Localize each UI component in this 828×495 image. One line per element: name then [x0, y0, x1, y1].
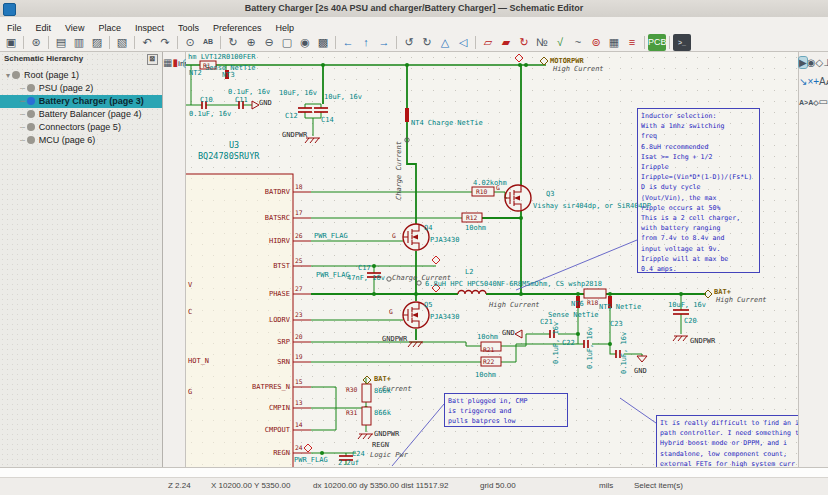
- zoom-in-button[interactable]: ⊕: [242, 34, 260, 51]
- fields-table-button[interactable]: ▦: [605, 34, 623, 51]
- rotate-cw-button[interactable]: ↻: [418, 34, 436, 51]
- save-button[interactable]: ▣: [2, 34, 20, 51]
- erc-check-button[interactable]: √: [551, 34, 569, 51]
- gnd-symbol[interactable]: [637, 356, 647, 362]
- schematic-text[interactable]: Q5: [424, 301, 432, 309]
- schematic-text[interactable]: G: [389, 308, 393, 316]
- sheet-item-mcu-page-6-[interactable]: ┈MCU (page 6): [0, 134, 162, 147]
- schematic-text[interactable]: BAT+: [714, 288, 731, 296]
- sheet-item-root-page-1-[interactable]: ▾Root (page 1): [0, 69, 162, 82]
- gnd-symbol[interactable]: [252, 101, 259, 109]
- check-symbols-button[interactable]: ▰: [497, 34, 515, 51]
- schematic-text[interactable]: 10ohm: [477, 333, 498, 341]
- schematic-text[interactable]: 0.1uF, 16v: [189, 110, 231, 118]
- zoom-out-button[interactable]: ⊖: [260, 34, 278, 51]
- schematic-text[interactable]: R31: [346, 409, 357, 417]
- sheet-item-connectors-page-5-[interactable]: ┈Connectors (page 5): [0, 121, 162, 134]
- schematic-text[interactable]: NT5 NetTie: [599, 303, 641, 311]
- schematic-text[interactable]: BAT+: [374, 375, 391, 383]
- schematic-canvas[interactable]: hm LVT12R0100FERSense NetTieNT2NT30.1uF,…: [186, 52, 798, 467]
- schematic-text[interactable]: GNDPWR: [282, 131, 307, 139]
- schematic-text[interactable]: G: [188, 388, 192, 396]
- schematic-text[interactable]: GND: [502, 329, 515, 337]
- pin-name-regn[interactable]: REGN: [273, 449, 290, 457]
- schematic-text[interactable]: GND: [259, 99, 272, 107]
- sync-symbols-button[interactable]: ↻: [515, 34, 533, 51]
- schematic-text[interactable]: GND: [634, 367, 647, 375]
- net-tie-symbol[interactable]: [405, 108, 409, 122]
- schematic-text[interactable]: 0.1uF, 16v: [228, 88, 270, 96]
- schematic-text[interactable]: 866k: [374, 409, 391, 417]
- schematic-text[interactable]: C10: [200, 96, 213, 104]
- wire[interactable]: [407, 65, 416, 224]
- add-power-symbol-button[interactable]: ⊥: [823, 57, 828, 68]
- schematic-text[interactable]: G: [496, 184, 500, 192]
- new-schematic-button[interactable]: ▤: [52, 34, 70, 51]
- schematic-text[interactable]: 0.1uF, 16v: [586, 327, 594, 369]
- paste-button[interactable]: ▧: [113, 34, 131, 51]
- schematic-text[interactable]: C12: [285, 112, 298, 120]
- schematic-text[interactable]: High Current: [716, 296, 767, 304]
- net-label-button[interactable]: A: [819, 76, 826, 87]
- find-replace-button[interactable]: AB: [199, 34, 217, 51]
- schematic-text[interactable]: GNDPWR: [690, 337, 715, 345]
- rotate-ccw-button[interactable]: ↺: [400, 34, 418, 51]
- schematic-text[interactable]: 0.1uF, 16v: [552, 322, 560, 364]
- schematic-text[interactable]: BQ24780SRUYR: [198, 152, 259, 160]
- schematic-text[interactable]: R1: [203, 62, 211, 70]
- resistor-body[interactable]: [362, 407, 371, 425]
- schematic-text[interactable]: PWR_FLAG: [294, 456, 328, 464]
- gnd-symbol[interactable]: [515, 330, 522, 338]
- bom-export-button[interactable]: ≡: [623, 34, 641, 51]
- pin-name-batdrv[interactable]: BATDRV: [265, 188, 290, 196]
- assign-footprints-button[interactable]: ⊚: [587, 34, 605, 51]
- schematic-text[interactable]: U3: [229, 141, 239, 149]
- schematic-text[interactable]: 10ohm: [465, 224, 486, 232]
- schematic-text[interactable]: 6.8uH HPC HPC5040NF-6R8M5mOhm, CS wshp28…: [425, 280, 602, 288]
- refresh-view-button[interactable]: ↻: [224, 34, 242, 51]
- schematic-text[interactable]: C11: [235, 96, 248, 104]
- expander-icon[interactable]: ▾: [6, 71, 10, 80]
- resistor-body[interactable]: [584, 289, 606, 298]
- schematic-text[interactable]: C23: [610, 320, 623, 328]
- schematic-text[interactable]: 10uF, 16v: [279, 89, 317, 97]
- resistor-body[interactable]: [362, 384, 371, 402]
- note-box-3[interactable]: It is really difficult to find an idea p…: [656, 415, 798, 467]
- schematic-text[interactable]: High Current: [489, 301, 540, 309]
- schematic-text[interactable]: C21: [540, 318, 553, 326]
- find-button[interactable]: ⊙: [181, 34, 199, 51]
- add-sheet-button[interactable]: ▭: [819, 96, 828, 107]
- schematic-text[interactable]: 47nF, 16v: [347, 274, 385, 282]
- schematic-text[interactable]: V: [188, 281, 192, 289]
- schematic-text[interactable]: G: [392, 232, 396, 240]
- close-icon[interactable]: ⊠: [147, 54, 158, 65]
- gndpwr-symbol[interactable]: [358, 434, 373, 439]
- hierarchical-label-button[interactable]: A◇: [808, 99, 818, 106]
- nav-back-button[interactable]: ←: [339, 34, 357, 51]
- schematic-text[interactable]: 2.2uf: [338, 459, 359, 467]
- flag-diamond-icon[interactable]: [363, 376, 371, 384]
- schematic-text[interactable]: R21: [483, 346, 494, 354]
- schematic-text[interactable]: C24: [352, 450, 365, 458]
- schematic-text[interactable]: PJA3430: [430, 236, 460, 244]
- select-tool-button[interactable]: ▶: [799, 57, 807, 68]
- schematic-text[interactable]: PWR_FLAG: [316, 271, 350, 279]
- schematic-text[interactable]: hm LVT12R0100FER: [188, 53, 255, 61]
- schematic-text[interactable]: 866k: [374, 387, 391, 395]
- pin-name-srp[interactable]: SRP: [277, 338, 290, 346]
- zoom-selection-button[interactable]: ▩: [314, 34, 332, 51]
- schematic-text[interactable]: C14: [321, 116, 334, 124]
- sheet-item-battery-balancer-page-4-[interactable]: ┈Battery Balancer (page 4): [0, 108, 162, 121]
- annotate-button[interactable]: №: [533, 34, 551, 51]
- schematic-text[interactable]: 10ohm: [475, 371, 496, 379]
- pin-name-phase[interactable]: PHASE: [269, 290, 290, 298]
- schematic-text[interactable]: R12: [466, 214, 477, 222]
- schematic-text[interactable]: R30: [346, 386, 357, 394]
- schematic-text[interactable]: Charge Current: [395, 141, 403, 200]
- schematic-text[interactable]: NT2: [189, 69, 202, 77]
- flag-diamond-icon[interactable]: [540, 57, 548, 65]
- print-button[interactable]: ▥: [70, 34, 88, 51]
- schematic-text[interactable]: 4.02kohm: [473, 179, 507, 187]
- global-label-button[interactable]: A>: [799, 99, 808, 106]
- mosfet-symbol[interactable]: [505, 185, 531, 211]
